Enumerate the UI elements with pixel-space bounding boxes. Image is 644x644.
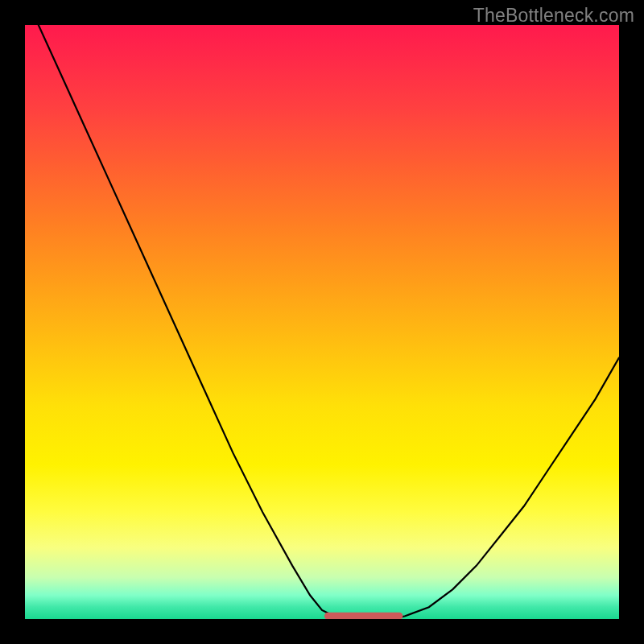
bottleneck-curve-svg (25, 25, 619, 619)
plot-area (25, 25, 619, 619)
watermark-text: TheBottleneck.com (473, 5, 634, 27)
bottleneck-curve (25, 25, 619, 619)
